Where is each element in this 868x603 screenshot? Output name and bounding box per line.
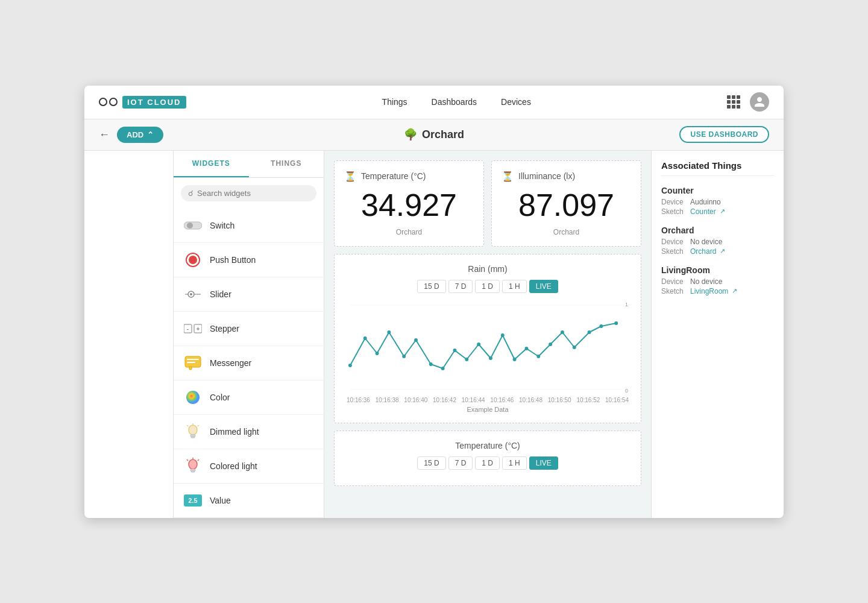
bottom-chart-btn-live[interactable]: LIVE [529,456,558,470]
thing-meta: Device Auduinno [661,198,774,206]
x-axis-labels: 10:16:36 10:16:38 10:16:40 10:16:42 10:1… [344,397,631,403]
logo-circle-left [99,98,107,106]
svg-point-53 [588,330,591,334]
nav-dashboards[interactable]: Dashboards [432,97,477,107]
top-nav: IOT CLOUD Things Dashboards Devices [84,86,784,119]
widget-label: Stepper [210,324,239,333]
bottom-chart-card: Temperature (°C) 15 D 7 D 1 D 1 H LIVE [334,431,641,486]
svg-line-27 [198,459,199,461]
tab-things[interactable]: THINGS [249,151,324,177]
svg-point-44 [477,343,480,346]
switch-icon [183,216,203,235]
chart-btn-15d[interactable]: 15 D [417,280,445,293]
external-link-icon: ↗ [720,247,725,256]
right-sidebar: Associated Things Counter Device Auduinn… [651,151,784,518]
x-label: 10:16:52 [576,397,600,403]
widget-label: Switch [210,221,234,230]
widget-tabs: WIDGETS THINGS [174,151,324,178]
list-item[interactable]: Push Button [174,243,324,277]
temperature-card: ⏳ Temperature (°C) 34.927 Orchard [334,160,484,247]
grid-dot [727,105,731,109]
sketch-label: Sketch [661,247,687,256]
card-source: Orchard [502,228,631,236]
svg-rect-13 [187,362,195,363]
logo-icon [99,98,118,106]
search-input[interactable] [197,189,309,198]
history-icon: ⏳ [344,171,356,182]
list-item[interactable]: 2.5 Value [174,484,324,518]
apps-icon[interactable] [727,95,740,109]
list-item[interactable]: - + Stepper [174,312,324,346]
chart-btn-live[interactable]: LIVE [529,280,558,293]
svg-text:-: - [187,326,189,332]
thing-device: No device [690,238,722,246]
bottom-chart-btn-1h[interactable]: 1 H [502,456,527,470]
nav-devices[interactable]: Devices [501,97,531,107]
svg-point-36 [376,352,379,355]
widget-label: Colored light [210,461,257,471]
back-button[interactable]: ← [99,128,110,141]
user-avatar[interactable] [750,92,769,112]
x-label: 10:16:42 [433,397,456,403]
list-item[interactable]: Dimmed light [174,415,324,449]
svg-rect-18 [191,437,195,438]
thing-name: Orchard [661,226,774,235]
bottom-chart-btn-1d[interactable]: 1 D [475,456,500,470]
tab-widgets[interactable]: WIDGETS [174,151,249,177]
nav-things[interactable]: Things [382,97,407,107]
colored-light-icon [183,456,203,476]
illuminance-card: ⏳ Illuminance (lx) 87.097 Orchard [491,160,641,247]
list-item[interactable]: Color [174,380,324,415]
device-label: Device [661,198,687,206]
x-label: 10:16:50 [548,397,571,403]
thing-device: Auduinno [690,198,721,206]
associated-things-title: Associated Things [661,160,774,176]
thing-sketch-link[interactable]: Counter [690,207,716,216]
x-label: 10:16:38 [376,397,399,403]
thing-sketch-link[interactable]: LivingRoom [690,287,728,295]
svg-point-37 [387,330,391,334]
chart-btn-1d[interactable]: 1 D [475,280,500,293]
svg-rect-12 [187,359,199,360]
widget-label: Messenger [210,358,251,368]
chart-btn-1h[interactable]: 1 H [502,280,527,293]
chart-svg: 1 0 [344,299,631,396]
svg-point-42 [453,349,456,352]
chart-btn-7d[interactable]: 7 D [448,280,473,293]
svg-point-6 [190,293,192,295]
browser-window: IOT CLOUD Things Dashboards Devices [84,86,784,518]
add-button[interactable]: ADD ⌃ [117,127,163,143]
thing-item: LivingRoom Device No device Sketch Livin… [661,265,774,295]
svg-point-41 [441,367,445,370]
grid-dot [737,100,740,104]
widget-label: Dimmed light [210,427,259,437]
list-item[interactable]: Colored light [174,449,324,484]
svg-point-45 [489,356,492,360]
x-label: 10:16:48 [519,397,542,403]
list-item[interactable]: Messenger [174,346,324,380]
grid-dot [732,105,735,109]
bottom-chart-btn-7d[interactable]: 7 D [448,456,473,470]
svg-point-43 [465,358,468,361]
device-label: Device [661,238,687,246]
card-value: 34.927 [344,187,474,223]
svg-line-21 [198,425,199,426]
use-dashboard-button[interactable]: USE DASHBOARD [679,126,769,143]
thing-item: Orchard Device No device Sketch Orchard … [661,226,774,256]
thing-name: Counter [661,186,774,195]
svg-point-3 [189,256,197,264]
thing-sketch-link[interactable]: Orchard [690,247,716,256]
metric-cards-row: ⏳ Temperature (°C) 34.927 Orchard ⏳ Illu… [334,160,641,247]
svg-point-15 [186,391,200,404]
chart-area: 1 0 [344,299,631,396]
dimmed-light-icon [183,422,203,441]
list-item[interactable]: Slider [174,277,324,312]
dashboard-tree-icon: 🌳 [404,128,417,141]
list-item[interactable]: Switch [174,209,324,243]
nav-links: Things Dashboards Devices [382,97,531,107]
svg-point-52 [573,346,576,349]
grid-dot [727,95,731,99]
bottom-chart-btn-15d[interactable]: 15 D [417,456,445,470]
card-header: ⏳ Temperature (°C) [344,171,474,182]
thing-name: LivingRoom [661,265,774,275]
